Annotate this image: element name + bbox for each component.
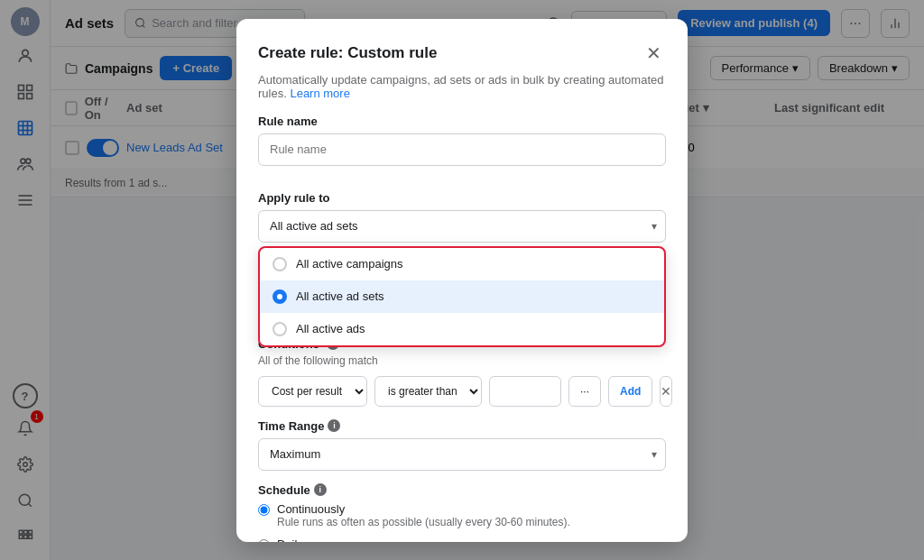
modal-title: Create rule: Custom rule — [258, 44, 437, 62]
schedule-info-icon[interactable]: i — [314, 483, 327, 496]
apply-rule-label: Apply rule to — [258, 191, 666, 205]
condition-remove-button[interactable]: ✕ — [660, 376, 672, 407]
modal-close-button[interactable]: ✕ — [641, 41, 666, 66]
rule-name-label: Rule name — [258, 115, 666, 128]
option-all-active-ad-sets[interactable]: All active ad sets — [260, 280, 664, 313]
option-all-active-ads[interactable]: All active ads — [260, 313, 664, 345]
option-campaigns-label: All active campaigns — [296, 257, 403, 271]
radio-dot — [277, 294, 282, 299]
apply-rule-section: Apply rule to All active ad sets ▾ All a… — [258, 191, 666, 243]
modal-description: Automatically update campaigns, ad sets … — [258, 73, 666, 100]
condition-row: Cost per result is greater than ··· Add … — [258, 376, 666, 407]
radio-ads — [273, 322, 287, 336]
schedule-section: Schedule i Continuously Rule runs as oft… — [258, 483, 666, 542]
time-range-section: Time Range i Maximum ▾ — [258, 419, 666, 471]
option-adsets-label: All active ad sets — [296, 289, 384, 303]
schedule-daily-radio[interactable] — [258, 539, 270, 542]
time-range-info-icon[interactable]: i — [328, 419, 340, 432]
option-all-active-campaigns[interactable]: All active campaigns — [260, 248, 664, 280]
apply-rule-select-wrapper: All active ad sets ▾ All active campaign… — [258, 210, 666, 243]
modal-overlay[interactable]: Create rule: Custom rule ✕ Automatically… — [0, 0, 924, 560]
condition-add-button[interactable]: Add — [608, 376, 652, 407]
apply-rule-select[interactable]: All active ad sets — [258, 210, 666, 243]
radio-campaigns — [273, 257, 287, 271]
time-range-select-wrapper: Maximum ▾ — [258, 438, 666, 471]
rule-name-input[interactable] — [258, 133, 666, 166]
conditions-sub-label: All of the following match — [258, 354, 666, 367]
condition-more-button[interactable]: ··· — [568, 376, 601, 407]
condition-metric-select[interactable]: Cost per result — [258, 376, 367, 407]
schedule-daily: Daily at 12:00AM Paris Time — [258, 537, 666, 542]
schedule-label: Schedule i — [258, 483, 666, 497]
rule-name-section: Rule name — [258, 115, 666, 179]
modal: Create rule: Custom rule ✕ Automatically… — [236, 19, 688, 542]
schedule-continuously: Continuously Rule runs as often as possi… — [258, 502, 666, 528]
modal-header: Create rule: Custom rule ✕ — [258, 41, 666, 66]
option-ads-label: All active ads — [296, 322, 365, 335]
time-range-select[interactable]: Maximum — [258, 438, 666, 471]
schedule-continuously-label: Continuously — [277, 502, 570, 516]
schedule-daily-label: Daily — [277, 537, 386, 542]
apply-rule-dropdown: All active campaigns All active ad sets … — [258, 246, 666, 347]
conditions-section: Conditions i All of the following match … — [258, 337, 666, 407]
time-range-label: Time Range i — [258, 419, 666, 433]
radio-adsets — [273, 289, 287, 304]
schedule-continuously-radio[interactable] — [258, 504, 270, 516]
condition-operator-select[interactable]: is greater than — [374, 376, 482, 407]
condition-value-input[interactable] — [489, 376, 561, 407]
learn-more-link[interactable]: Learn more — [290, 87, 349, 100]
schedule-continuously-sub: Rule runs as often as possible (usually … — [277, 516, 570, 528]
